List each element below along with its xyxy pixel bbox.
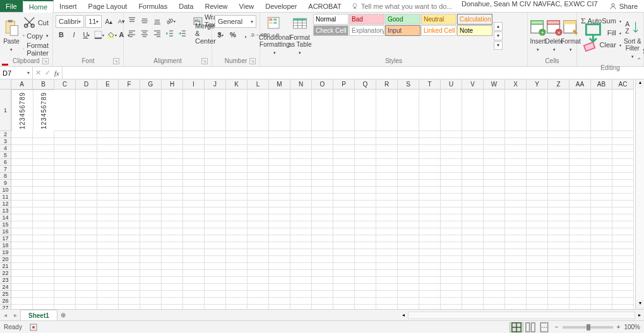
cell-U24[interactable] [441,284,462,291]
cell-V11[interactable] [462,194,484,201]
cell-U16[interactable] [441,228,462,235]
cell-J16[interactable] [205,228,226,235]
cell-S7[interactable] [398,166,419,173]
view-normal-button[interactable] [510,322,523,332]
cell-W13[interactable] [484,207,505,214]
cell-E14[interactable] [97,214,119,221]
cell-style-normal[interactable]: Normal [313,14,349,25]
cell-AA24[interactable] [569,284,591,291]
row-header-6[interactable]: 6 [0,159,11,166]
sheet-nav-prev[interactable]: ◂ [0,310,10,320]
cell-P25[interactable] [333,291,355,298]
cell-AC3[interactable] [612,138,634,145]
cell-AB1[interactable] [591,90,612,131]
cell-AC26[interactable] [612,298,634,305]
cell-T21[interactable] [419,263,441,270]
cell-Y14[interactable] [527,214,548,221]
decrease-indent-button[interactable] [164,28,176,39]
cell-AB15[interactable] [591,221,612,228]
cell-AB23[interactable] [591,277,612,284]
cell-E13[interactable] [97,207,119,214]
cell-Q25[interactable] [355,291,376,298]
name-box[interactable]: D7▾ [0,67,33,79]
font-name-combo[interactable]: Calibri▾ [56,15,84,28]
row-header-21[interactable]: 21 [0,263,11,270]
cell-R21[interactable] [376,263,398,270]
cell-I6[interactable] [183,159,205,166]
cell-M14[interactable] [269,214,290,221]
cell-T4[interactable] [419,145,441,152]
cell-L23[interactable] [247,277,269,284]
row-header-12[interactable]: 12 [0,201,11,207]
cell-D27[interactable] [76,305,97,309]
cell-Y25[interactable] [527,291,548,298]
cell-AA5[interactable] [569,152,591,159]
cell-AB18[interactable] [591,242,612,249]
cell-H18[interactable] [162,242,183,249]
cell-R25[interactable] [376,291,398,298]
col-header-C[interactable]: C [54,79,76,90]
cell-Q17[interactable] [355,235,376,242]
cell-style-good[interactable]: Good [385,14,420,25]
cell-N12[interactable] [290,201,312,207]
font-size-combo[interactable]: 11▾ [85,15,102,28]
cell-O21[interactable] [312,263,333,270]
cell-style-linked-cell[interactable]: Linked Cell [421,25,456,36]
styles-scroll-down[interactable]: ▾ [494,32,503,40]
cell-D17[interactable] [76,235,97,242]
cell-U6[interactable] [441,159,462,166]
cell-G2[interactable] [140,131,162,138]
cell-R6[interactable] [376,159,398,166]
cell-Z27[interactable] [548,305,569,309]
cell-R4[interactable] [376,145,398,152]
cell-W1[interactable] [484,90,505,131]
user-name[interactable]: Donahue, Sean M CIV NAVFAC, EXWC CI7 [456,0,603,12]
cell-H5[interactable] [162,152,183,159]
cell-Y26[interactable] [527,298,548,305]
cell-A12[interactable] [11,201,33,207]
col-header-I[interactable]: I [183,79,205,90]
cell-E26[interactable] [97,298,119,305]
cell-G21[interactable] [140,263,162,270]
horizontal-scrollbar[interactable] [408,312,635,319]
cell-X2[interactable] [505,131,527,138]
cell-F8[interactable] [119,173,140,180]
cell-J15[interactable] [205,221,226,228]
cell-M25[interactable] [269,291,290,298]
cell-O26[interactable] [312,298,333,305]
cell-AC25[interactable] [612,291,634,298]
cell-V21[interactable] [462,263,484,270]
cell-L8[interactable] [247,173,269,180]
zoom-in-button[interactable]: + [617,324,621,330]
cell-P27[interactable] [333,305,355,309]
cell-I13[interactable] [183,207,205,214]
cell-D25[interactable] [76,291,97,298]
cell-Y12[interactable] [527,201,548,207]
cell-H16[interactable] [162,228,183,235]
cell-X11[interactable] [505,194,527,201]
cell-R18[interactable] [376,242,398,249]
cell-K4[interactable] [226,145,247,152]
cell-G3[interactable] [140,138,162,145]
cell-AC1[interactable] [612,90,634,131]
cell-S5[interactable] [398,152,419,159]
cell-I10[interactable] [183,187,205,194]
cell-N24[interactable] [290,284,312,291]
cell-AC21[interactable] [612,263,634,270]
cell-B18[interactable] [33,242,54,249]
cell-O19[interactable] [312,249,333,256]
cell-K10[interactable] [226,187,247,194]
cell-V12[interactable] [462,201,484,207]
cell-AA8[interactable] [569,173,591,180]
cell-X24[interactable] [505,284,527,291]
cell-U4[interactable] [441,145,462,152]
cell-AA6[interactable] [569,159,591,166]
cell-P22[interactable] [333,270,355,277]
cell-L22[interactable] [247,270,269,277]
cell-M4[interactable] [269,145,290,152]
cell-A4[interactable] [11,145,33,152]
cell-A18[interactable] [11,242,33,249]
cell-AB17[interactable] [591,235,612,242]
cell-K21[interactable] [226,263,247,270]
cell-X22[interactable] [505,270,527,277]
